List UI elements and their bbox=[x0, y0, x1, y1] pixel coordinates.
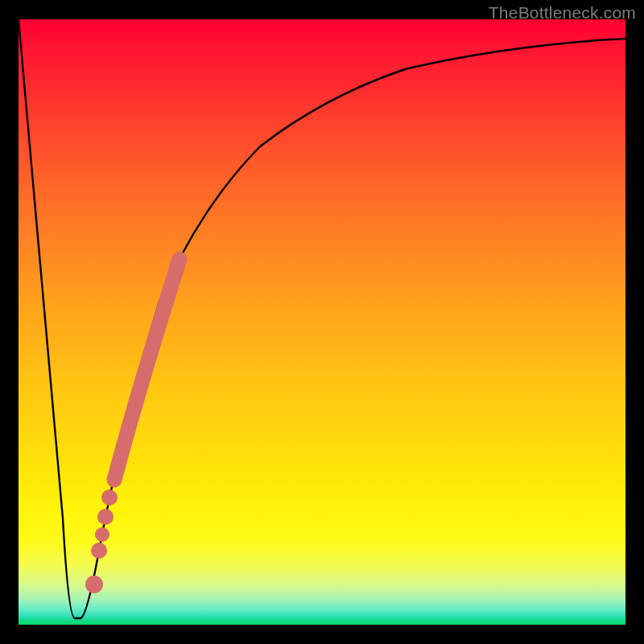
data-band bbox=[114, 259, 180, 480]
marker-dot bbox=[85, 576, 103, 593]
marker-dot bbox=[95, 527, 109, 542]
bottleneck-curve bbox=[19, 19, 625, 618]
plot-area bbox=[19, 19, 625, 625]
chart-frame: TheBottleneck.com bbox=[0, 0, 644, 644]
marker-dot bbox=[91, 543, 107, 559]
curve-svg bbox=[19, 19, 625, 625]
marker-dot bbox=[101, 489, 118, 506]
attribution-text: TheBottleneck.com bbox=[489, 3, 636, 23]
marker-dot bbox=[97, 509, 114, 525]
